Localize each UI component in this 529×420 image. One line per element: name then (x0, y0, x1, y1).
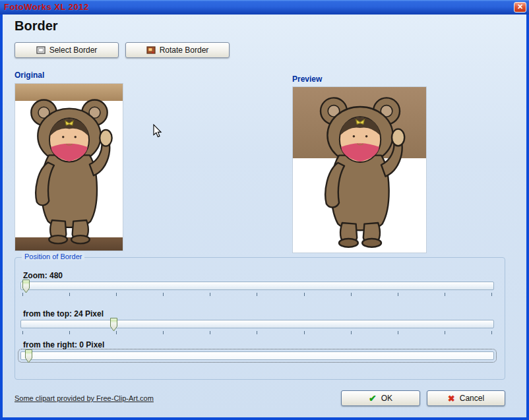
preview-label: Preview (292, 75, 322, 84)
window-title: FotoWorks XL 2012 (4, 2, 89, 12)
dialog-content: Border Select Border Rotate Border Origi… (3, 15, 526, 417)
bear-border-graphic (18, 92, 120, 247)
ok-button[interactable]: ✔ OK (341, 390, 420, 406)
rotate-border-label: Rotate Border (160, 45, 209, 55)
slider-thumb[interactable] (25, 349, 32, 363)
position-group-caption: Position of Border (22, 253, 84, 260)
check-icon: ✔ (369, 393, 377, 404)
rotate-border-icon (146, 46, 156, 54)
cancel-label: Cancel (460, 394, 484, 403)
zoom-slider-label: Zoom: 480 (23, 271, 63, 280)
clipart-credit-link[interactable]: Some clipart provided by Free-Clip-Art.c… (15, 394, 154, 402)
preview-image (292, 86, 427, 253)
zoom-slider-track[interactable] (20, 282, 494, 290)
select-border-icon (36, 46, 46, 54)
ok-label: OK (381, 394, 392, 403)
mouse-cursor-icon (152, 124, 162, 138)
select-border-button[interactable]: Select Border (15, 42, 119, 58)
slider-thumb[interactable] (22, 280, 30, 293)
rotate-border-button[interactable]: Rotate Border (125, 42, 230, 58)
close-icon: ✕ (517, 3, 523, 11)
top-slider-track[interactable] (20, 320, 494, 328)
select-border-label: Select Border (49, 45, 98, 55)
position-of-border-group: Position of Border Zoom: 480 from the to… (15, 257, 505, 380)
x-icon: ✖ (448, 394, 455, 404)
original-label: Original (15, 71, 44, 80)
app-window: FotoWorks XL 2012 ✕ Border Select Border… (0, 0, 529, 420)
close-button[interactable]: ✕ (514, 2, 526, 13)
top-slider-ticks (22, 331, 492, 334)
titlebar: FotoWorks XL 2012 ✕ (0, 0, 529, 15)
bear-border-graphic-preview (304, 91, 416, 249)
slider-thumb[interactable] (110, 318, 117, 332)
top-slider-label: from the top: 24 Pixel (23, 309, 104, 318)
right-slider-track[interactable] (20, 351, 494, 360)
original-image (15, 83, 123, 251)
cancel-button[interactable]: ✖ Cancel (427, 390, 505, 406)
zoom-slider-ticks (22, 293, 492, 296)
right-slider-label: from the right: 0 Pixel (23, 340, 104, 349)
page-title: Border (15, 18, 58, 34)
